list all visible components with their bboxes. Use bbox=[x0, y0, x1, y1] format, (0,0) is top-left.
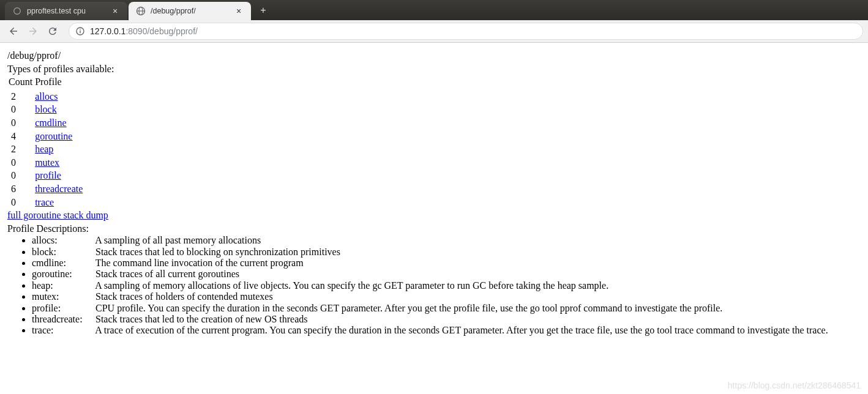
svg-rect-5 bbox=[80, 31, 80, 34]
profile-count: 0 bbox=[9, 156, 35, 169]
profile-link-allocs[interactable]: allocs bbox=[35, 91, 58, 102]
profile-link-threadcreate[interactable]: threadcreate bbox=[35, 184, 83, 194]
list-item: threadcreate: Stack traces that led to t… bbox=[32, 314, 861, 325]
table-row: 0profile bbox=[9, 169, 85, 182]
table-row: 0block bbox=[9, 103, 85, 116]
profile-link-mutex[interactable]: mutex bbox=[35, 157, 59, 168]
profile-count: 0 bbox=[9, 116, 35, 130]
description-text: A sampling of all past memory allocation… bbox=[95, 235, 261, 245]
description-text: The command line invocation of the curre… bbox=[95, 258, 304, 268]
description-text: A sampling of memory allocations of live… bbox=[95, 280, 608, 291]
profile-link-trace[interactable]: trace bbox=[35, 197, 54, 207]
table-row: 4goroutine bbox=[9, 130, 85, 143]
description-text: Stack traces of all current goroutines bbox=[95, 269, 239, 279]
table-row: 0cmdline bbox=[9, 116, 85, 130]
description-text: CPU profile. You can specify the duratio… bbox=[95, 303, 722, 313]
page-content: /debug/pprof/ Types of profiles availabl… bbox=[0, 43, 868, 343]
info-icon[interactable] bbox=[75, 26, 85, 36]
page-title: /debug/pprof/ bbox=[7, 49, 861, 62]
forward-button[interactable] bbox=[24, 23, 42, 40]
close-icon[interactable]: × bbox=[110, 6, 120, 16]
description-text: Stack traces of holders of contended mut… bbox=[95, 291, 273, 302]
description-name: threadcreate: bbox=[32, 314, 93, 325]
list-item: allocs: A sampling of all past memory al… bbox=[32, 235, 861, 246]
tab-inactive[interactable]: pproftest.test cpu × bbox=[5, 2, 127, 20]
tab-title: /debug/pprof/ bbox=[151, 7, 230, 15]
new-tab-button[interactable]: + bbox=[255, 2, 272, 19]
url-text: 127.0.0.1:8090/debug/pprof/ bbox=[90, 26, 198, 36]
profiles-table: Count Profile 2allocs0block0cmdline4goro… bbox=[9, 75, 85, 209]
table-row: 0mutex bbox=[9, 156, 85, 169]
descriptions-list: allocs: A sampling of all past memory al… bbox=[7, 235, 861, 336]
svg-rect-6 bbox=[80, 29, 80, 29]
description-name: cmdline: bbox=[32, 258, 93, 269]
table-row: 6threadcreate bbox=[9, 182, 85, 196]
list-item: mutex: Stack traces of holders of conten… bbox=[32, 291, 861, 302]
table-row: 2allocs bbox=[9, 90, 85, 103]
browser-toolbar: 127.0.0.1:8090/debug/pprof/ bbox=[0, 20, 868, 43]
table-row: 0trace bbox=[9, 196, 85, 209]
description-name: profile: bbox=[32, 303, 93, 314]
full-goroutine-dump-link[interactable]: full goroutine stack dump bbox=[7, 210, 108, 220]
profile-count: 4 bbox=[9, 130, 35, 143]
profile-count: 0 bbox=[9, 103, 35, 116]
list-item: block: Stack traces that led to blocking… bbox=[32, 247, 861, 258]
browser-titlebar: pproftest.test cpu × /debug/pprof/ × + bbox=[0, 0, 868, 20]
tab-active[interactable]: /debug/pprof/ × bbox=[129, 2, 251, 20]
profile-count: 0 bbox=[9, 169, 35, 182]
description-text: Stack traces that led to the creation of… bbox=[95, 314, 308, 324]
profile-link-cmdline[interactable]: cmdline bbox=[35, 117, 67, 128]
tab-strip: pproftest.test cpu × /debug/pprof/ × + bbox=[0, 0, 272, 20]
profile-link-goroutine[interactable]: goroutine bbox=[35, 131, 72, 141]
list-item: goroutine: Stack traces of all current g… bbox=[32, 269, 861, 280]
description-name: allocs: bbox=[32, 235, 93, 246]
profile-link-profile[interactable]: profile bbox=[35, 170, 61, 180]
description-text: A trace of execution of the current prog… bbox=[95, 325, 828, 335]
list-item: heap: A sampling of memory allocations o… bbox=[32, 280, 861, 291]
description-text: Stack traces that led to blocking on syn… bbox=[95, 247, 340, 257]
description-name: mutex: bbox=[32, 291, 93, 302]
description-name: block: bbox=[32, 247, 93, 258]
back-button[interactable] bbox=[5, 23, 22, 40]
favicon-generic-icon bbox=[12, 6, 22, 16]
description-name: trace: bbox=[32, 325, 93, 336]
descriptions-heading: Profile Descriptions: bbox=[7, 222, 861, 236]
tab-title: pproftest.test cpu bbox=[27, 7, 107, 15]
profile-count: 6 bbox=[9, 182, 35, 196]
profile-link-block[interactable]: block bbox=[35, 104, 57, 114]
profile-link-heap[interactable]: heap bbox=[35, 144, 53, 154]
table-header-count: Count bbox=[9, 75, 35, 90]
profile-count: 2 bbox=[9, 143, 35, 156]
description-name: goroutine: bbox=[32, 269, 93, 280]
url-bar[interactable]: 127.0.0.1:8090/debug/pprof/ bbox=[69, 23, 863, 40]
watermark: https://blog.csdn.net/zkt286468541 bbox=[728, 381, 861, 390]
types-available-label: Types of profiles available: bbox=[7, 62, 861, 76]
svg-point-0 bbox=[14, 8, 21, 15]
table-row: 2heap bbox=[9, 143, 85, 156]
profile-count: 0 bbox=[9, 196, 35, 209]
description-name: heap: bbox=[32, 280, 93, 291]
profile-count: 2 bbox=[9, 90, 35, 103]
list-item: profile: CPU profile. You can specify th… bbox=[32, 303, 861, 314]
reload-button[interactable] bbox=[44, 23, 61, 40]
globe-icon bbox=[136, 6, 146, 16]
list-item: trace: A trace of execution of the curre… bbox=[32, 325, 861, 336]
table-header-profile: Profile bbox=[35, 75, 85, 90]
close-icon[interactable]: × bbox=[234, 6, 244, 16]
list-item: cmdline: The command line invocation of … bbox=[32, 258, 861, 269]
